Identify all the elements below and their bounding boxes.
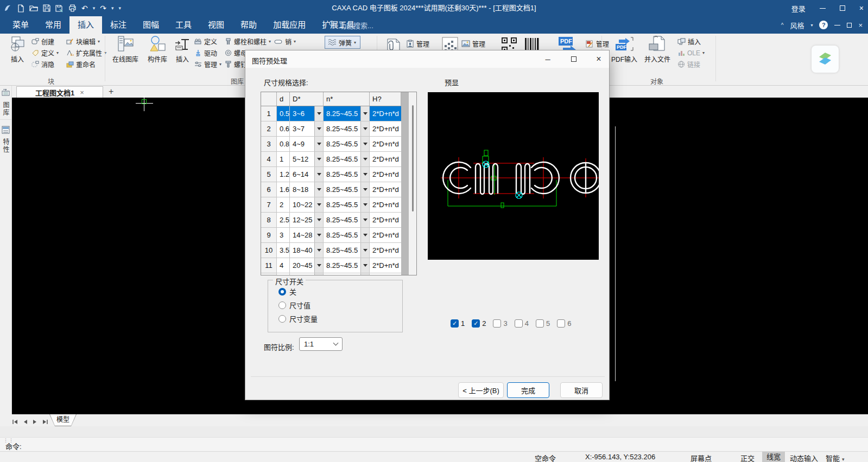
- row-number-cell[interactable]: 11: [261, 258, 277, 273]
- rename-button[interactable]: 重命名: [66, 59, 106, 70]
- last-sheet-icon[interactable]: [42, 417, 48, 427]
- n-range-cell[interactable]: 8.25~45.5: [324, 197, 370, 212]
- menu-tab[interactable]: 插入: [69, 16, 102, 34]
- D-range-cell[interactable]: 8~18: [290, 182, 324, 197]
- d-value-cell[interactable]: 1: [277, 152, 290, 166]
- close-button[interactable]: ×: [859, 5, 864, 11]
- d-value-cell[interactable]: 2.5: [277, 213, 290, 227]
- object-insert-button[interactable]: 插入: [677, 36, 705, 47]
- dropdown-button[interactable]: [314, 228, 323, 242]
- H-formula-cell[interactable]: 2*D+n*d: [370, 213, 401, 227]
- status-linewidth-toggle[interactable]: 线宽: [762, 452, 785, 462]
- dialog-titlebar[interactable]: 图符预处理 ─ ×: [245, 50, 609, 68]
- dropdown-button[interactable]: [314, 243, 323, 258]
- table-row-clipped[interactable]: [261, 273, 401, 275]
- doc-restore-button[interactable]: [847, 23, 852, 28]
- D-range-cell[interactable]: 18~40: [290, 243, 324, 258]
- online-library-button[interactable]: 在线图库: [109, 35, 142, 68]
- D-range-cell[interactable]: 3~7: [290, 121, 324, 136]
- status-smart-snap[interactable]: 智能▾: [826, 453, 845, 462]
- checkbox-box[interactable]: [493, 319, 501, 328]
- new-tab-button[interactable]: +: [109, 87, 113, 97]
- part-checkbox[interactable]: 6: [557, 319, 571, 328]
- save-icon[interactable]: [43, 4, 50, 12]
- tab-close-icon[interactable]: ×: [80, 88, 84, 97]
- size-switch-radio[interactable]: 尺寸变量: [278, 315, 318, 323]
- symbol-scale-combobox[interactable]: 1:1: [299, 337, 343, 351]
- H-formula-cell[interactable]: 2*D+n*d: [370, 137, 401, 151]
- spring-button[interactable]: 弹簧▾: [325, 36, 360, 49]
- library-define-button[interactable]: 定义: [194, 36, 221, 47]
- ole-button[interactable]: OLE▾: [677, 47, 705, 59]
- H-formula-cell[interactable]: 2*D+n*d: [370, 228, 401, 242]
- dropdown-button[interactable]: [360, 228, 369, 242]
- save-all-icon[interactable]: [55, 4, 64, 12]
- n-range-cell[interactable]: 8.25~45.5: [324, 213, 370, 227]
- checkbox-box[interactable]: ✓: [472, 319, 480, 328]
- d-value-cell[interactable]: 0.6: [277, 121, 290, 136]
- checkbox-box[interactable]: [515, 319, 523, 328]
- row-number-cell[interactable]: 1: [261, 106, 277, 121]
- redo-dropdown-icon[interactable]: ▾: [111, 5, 114, 11]
- table-row[interactable]: 6 1.6 8~18 8.25~45.5 2*D+n*d: [261, 182, 401, 197]
- menu-tab[interactable]: 菜单: [4, 16, 37, 34]
- part-checkbox[interactable]: 3: [493, 319, 507, 328]
- prev-sheet-icon[interactable]: [23, 417, 28, 427]
- H-formula-cell[interactable]: 2*D+n*d: [370, 152, 401, 166]
- table-row[interactable]: 4 1 5~12 8.25~45.5 2*D+n*d: [261, 152, 401, 167]
- first-sheet-icon[interactable]: [12, 417, 18, 427]
- dropdown-button[interactable]: [360, 213, 369, 227]
- status-ortho-toggle[interactable]: 正交: [740, 453, 755, 462]
- H-formula-cell[interactable]: 2*D+n*d: [370, 182, 401, 197]
- D-range-cell[interactable]: 10~22: [290, 197, 324, 212]
- redo-icon[interactable]: ↷: [100, 4, 106, 12]
- table-row[interactable]: 7 2 10~22 8.25~45.5 2*D+n*d: [261, 197, 401, 213]
- dialog-maximize-button[interactable]: [565, 50, 583, 68]
- bolts-studs-button[interactable]: 螺栓和螺柱▾: [225, 36, 271, 47]
- app-logo-icon[interactable]: [3, 4, 12, 12]
- block-hide-button[interactable]: 消隐: [31, 59, 59, 70]
- status-dynamic-input-toggle[interactable]: 动态输入: [790, 453, 818, 462]
- attachment-manage-button[interactable]: 管理: [406, 38, 429, 49]
- dropdown-button[interactable]: [314, 106, 323, 121]
- finish-button[interactable]: 完成: [507, 382, 549, 398]
- n-range-cell[interactable]: 8.25~45.5: [324, 228, 370, 242]
- menu-tab[interactable]: 常用: [37, 16, 69, 34]
- table-row[interactable]: 5 1.2 6~14 8.25~45.5 2*D+n*d: [261, 167, 401, 182]
- menu-tab[interactable]: 标注: [102, 16, 135, 34]
- dropdown-button[interactable]: [314, 137, 323, 151]
- H-formula-cell[interactable]: 2*D+n*d: [370, 167, 401, 182]
- restore-button[interactable]: [840, 5, 845, 11]
- scrollbar-thumb[interactable]: [412, 105, 414, 211]
- menu-tab[interactable]: 图幅: [135, 16, 167, 34]
- dropdown-button[interactable]: [360, 258, 369, 273]
- n-range-cell[interactable]: 8.25~45.5: [324, 137, 370, 151]
- table-row[interactable]: 1 0.5 3~6 8.25~45.5 2*D+n*d: [261, 106, 401, 121]
- block-edit-button[interactable]: 块编辑▾: [66, 36, 106, 47]
- checkbox-box[interactable]: [557, 319, 565, 328]
- undo-icon[interactable]: ↶: [81, 4, 88, 12]
- d-value-cell[interactable]: 0.8: [277, 137, 290, 151]
- dropdown-button[interactable]: [314, 197, 323, 212]
- H-formula-cell[interactable]: 2*D+n*d: [370, 197, 401, 212]
- pdf-input-button[interactable]: PDF PDF输入: [609, 35, 639, 68]
- link-button[interactable]: 链接: [677, 59, 705, 70]
- spec-table[interactable]: d D* n* H? 1 0.5 3~6 8.25~45.5 2*D+n*d: [261, 92, 417, 275]
- collapse-ribbon-icon[interactable]: ^: [781, 22, 784, 28]
- library-drive-button[interactable]: 驱动: [194, 47, 221, 59]
- n-range-cell[interactable]: 8.25~45.5: [324, 106, 370, 121]
- document-tab[interactable]: 工程图文档1 ×: [16, 86, 103, 98]
- menu-tab[interactable]: 加载应用: [265, 16, 314, 34]
- d-value-cell[interactable]: 4: [277, 258, 290, 273]
- pdf-manage-button[interactable]: 管理: [585, 38, 609, 49]
- login-button[interactable]: 登录: [791, 3, 806, 14]
- dropdown-button[interactable]: [360, 137, 369, 151]
- size-switch-radio[interactable]: 尺寸值: [278, 301, 318, 309]
- n-range-cell[interactable]: 8.25~45.5: [324, 167, 370, 182]
- new-file-icon[interactable]: [17, 4, 24, 12]
- D-range-cell[interactable]: 3~6: [290, 106, 324, 121]
- d-value-cell[interactable]: 1.6: [277, 182, 290, 197]
- n-range-cell[interactable]: 8.25~45.5: [324, 243, 370, 258]
- panel-tab-properties[interactable]: 特性: [0, 123, 11, 153]
- row-number-cell[interactable]: 9: [261, 228, 277, 242]
